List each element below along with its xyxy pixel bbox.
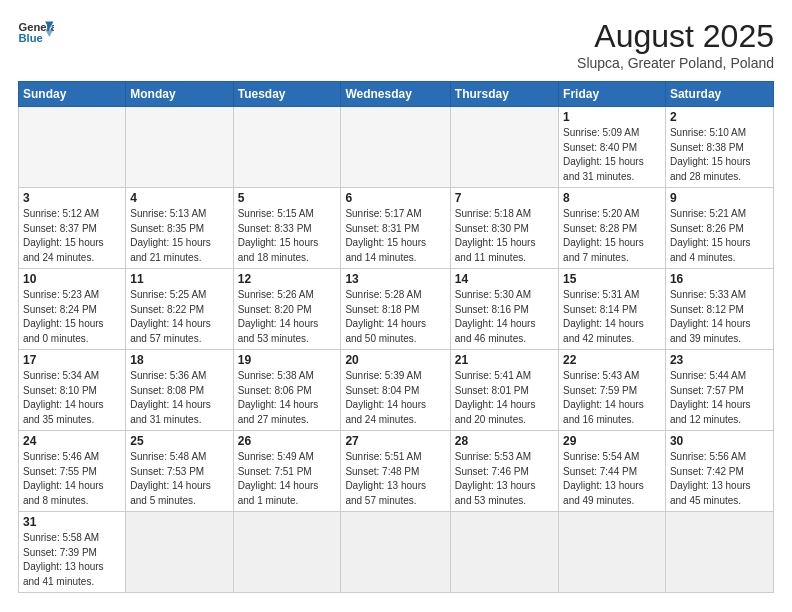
day-info: Sunrise: 5:54 AM Sunset: 7:44 PM Dayligh…	[563, 450, 661, 508]
day-info: Sunrise: 5:18 AM Sunset: 8:30 PM Dayligh…	[455, 207, 554, 265]
day-info: Sunrise: 5:21 AM Sunset: 8:26 PM Dayligh…	[670, 207, 769, 265]
calendar-row-2: 10Sunrise: 5:23 AM Sunset: 8:24 PM Dayli…	[19, 269, 774, 350]
day-number: 7	[455, 191, 554, 205]
day-number: 12	[238, 272, 337, 286]
day-info: Sunrise: 5:46 AM Sunset: 7:55 PM Dayligh…	[23, 450, 121, 508]
logo-icon: General Blue	[18, 18, 54, 46]
calendar-cell	[126, 107, 233, 188]
calendar-cell: 15Sunrise: 5:31 AM Sunset: 8:14 PM Dayli…	[559, 269, 666, 350]
day-info: Sunrise: 5:48 AM Sunset: 7:53 PM Dayligh…	[130, 450, 228, 508]
header-friday: Friday	[559, 82, 666, 107]
svg-marker-3	[45, 29, 53, 37]
day-number: 11	[130, 272, 228, 286]
day-number: 30	[670, 434, 769, 448]
day-info: Sunrise: 5:26 AM Sunset: 8:20 PM Dayligh…	[238, 288, 337, 346]
calendar-cell	[233, 107, 341, 188]
day-number: 4	[130, 191, 228, 205]
calendar-cell: 18Sunrise: 5:36 AM Sunset: 8:08 PM Dayli…	[126, 350, 233, 431]
calendar-cell: 5Sunrise: 5:15 AM Sunset: 8:33 PM Daylig…	[233, 188, 341, 269]
calendar-cell	[19, 107, 126, 188]
header-thursday: Thursday	[450, 82, 558, 107]
calendar-cell: 30Sunrise: 5:56 AM Sunset: 7:42 PM Dayli…	[665, 431, 773, 512]
title-block: August 2025 Slupca, Greater Poland, Pola…	[577, 18, 774, 71]
day-info: Sunrise: 5:39 AM Sunset: 8:04 PM Dayligh…	[345, 369, 445, 427]
header-sunday: Sunday	[19, 82, 126, 107]
calendar-cell: 22Sunrise: 5:43 AM Sunset: 7:59 PM Dayli…	[559, 350, 666, 431]
calendar-cell: 29Sunrise: 5:54 AM Sunset: 7:44 PM Dayli…	[559, 431, 666, 512]
svg-text:Blue: Blue	[19, 32, 43, 44]
header-tuesday: Tuesday	[233, 82, 341, 107]
calendar-cell	[559, 512, 666, 593]
day-number: 9	[670, 191, 769, 205]
calendar-cell	[450, 107, 558, 188]
day-number: 28	[455, 434, 554, 448]
day-number: 23	[670, 353, 769, 367]
day-info: Sunrise: 5:33 AM Sunset: 8:12 PM Dayligh…	[670, 288, 769, 346]
calendar-row-0: 1Sunrise: 5:09 AM Sunset: 8:40 PM Daylig…	[19, 107, 774, 188]
day-number: 3	[23, 191, 121, 205]
day-number: 22	[563, 353, 661, 367]
day-number: 10	[23, 272, 121, 286]
calendar-cell: 6Sunrise: 5:17 AM Sunset: 8:31 PM Daylig…	[341, 188, 450, 269]
calendar-cell: 21Sunrise: 5:41 AM Sunset: 8:01 PM Dayli…	[450, 350, 558, 431]
day-number: 24	[23, 434, 121, 448]
day-number: 15	[563, 272, 661, 286]
day-info: Sunrise: 5:31 AM Sunset: 8:14 PM Dayligh…	[563, 288, 661, 346]
day-info: Sunrise: 5:13 AM Sunset: 8:35 PM Dayligh…	[130, 207, 228, 265]
day-number: 31	[23, 515, 121, 529]
calendar-cell: 14Sunrise: 5:30 AM Sunset: 8:16 PM Dayli…	[450, 269, 558, 350]
calendar-cell: 3Sunrise: 5:12 AM Sunset: 8:37 PM Daylig…	[19, 188, 126, 269]
header-saturday: Saturday	[665, 82, 773, 107]
day-info: Sunrise: 5:25 AM Sunset: 8:22 PM Dayligh…	[130, 288, 228, 346]
day-info: Sunrise: 5:44 AM Sunset: 7:57 PM Dayligh…	[670, 369, 769, 427]
day-number: 19	[238, 353, 337, 367]
calendar-cell: 11Sunrise: 5:25 AM Sunset: 8:22 PM Dayli…	[126, 269, 233, 350]
day-number: 18	[130, 353, 228, 367]
day-info: Sunrise: 5:34 AM Sunset: 8:10 PM Dayligh…	[23, 369, 121, 427]
calendar-cell: 31Sunrise: 5:58 AM Sunset: 7:39 PM Dayli…	[19, 512, 126, 593]
day-info: Sunrise: 5:49 AM Sunset: 7:51 PM Dayligh…	[238, 450, 337, 508]
day-number: 27	[345, 434, 445, 448]
calendar-cell: 28Sunrise: 5:53 AM Sunset: 7:46 PM Dayli…	[450, 431, 558, 512]
day-number: 26	[238, 434, 337, 448]
calendar-cell: 12Sunrise: 5:26 AM Sunset: 8:20 PM Dayli…	[233, 269, 341, 350]
day-info: Sunrise: 5:12 AM Sunset: 8:37 PM Dayligh…	[23, 207, 121, 265]
calendar-cell	[450, 512, 558, 593]
calendar-cell: 7Sunrise: 5:18 AM Sunset: 8:30 PM Daylig…	[450, 188, 558, 269]
day-info: Sunrise: 5:43 AM Sunset: 7:59 PM Dayligh…	[563, 369, 661, 427]
calendar-cell: 27Sunrise: 5:51 AM Sunset: 7:48 PM Dayli…	[341, 431, 450, 512]
day-info: Sunrise: 5:20 AM Sunset: 8:28 PM Dayligh…	[563, 207, 661, 265]
weekday-header-row: Sunday Monday Tuesday Wednesday Thursday…	[19, 82, 774, 107]
day-info: Sunrise: 5:30 AM Sunset: 8:16 PM Dayligh…	[455, 288, 554, 346]
day-number: 29	[563, 434, 661, 448]
day-info: Sunrise: 5:15 AM Sunset: 8:33 PM Dayligh…	[238, 207, 337, 265]
calendar-cell: 16Sunrise: 5:33 AM Sunset: 8:12 PM Dayli…	[665, 269, 773, 350]
day-info: Sunrise: 5:10 AM Sunset: 8:38 PM Dayligh…	[670, 126, 769, 184]
day-info: Sunrise: 5:41 AM Sunset: 8:01 PM Dayligh…	[455, 369, 554, 427]
calendar-cell	[233, 512, 341, 593]
day-info: Sunrise: 5:36 AM Sunset: 8:08 PM Dayligh…	[130, 369, 228, 427]
calendar-cell	[341, 107, 450, 188]
calendar-cell: 9Sunrise: 5:21 AM Sunset: 8:26 PM Daylig…	[665, 188, 773, 269]
calendar-row-1: 3Sunrise: 5:12 AM Sunset: 8:37 PM Daylig…	[19, 188, 774, 269]
calendar-row-3: 17Sunrise: 5:34 AM Sunset: 8:10 PM Dayli…	[19, 350, 774, 431]
calendar-cell: 10Sunrise: 5:23 AM Sunset: 8:24 PM Dayli…	[19, 269, 126, 350]
day-info: Sunrise: 5:53 AM Sunset: 7:46 PM Dayligh…	[455, 450, 554, 508]
header-monday: Monday	[126, 82, 233, 107]
page-title: August 2025	[577, 18, 774, 55]
page-subtitle: Slupca, Greater Poland, Poland	[577, 55, 774, 71]
day-info: Sunrise: 5:51 AM Sunset: 7:48 PM Dayligh…	[345, 450, 445, 508]
day-number: 5	[238, 191, 337, 205]
calendar-cell: 2Sunrise: 5:10 AM Sunset: 8:38 PM Daylig…	[665, 107, 773, 188]
page: General Blue August 2025 Slupca, Greater…	[0, 0, 792, 612]
day-number: 21	[455, 353, 554, 367]
day-info: Sunrise: 5:58 AM Sunset: 7:39 PM Dayligh…	[23, 531, 121, 589]
day-number: 25	[130, 434, 228, 448]
calendar-cell: 8Sunrise: 5:20 AM Sunset: 8:28 PM Daylig…	[559, 188, 666, 269]
calendar-cell	[665, 512, 773, 593]
day-info: Sunrise: 5:56 AM Sunset: 7:42 PM Dayligh…	[670, 450, 769, 508]
calendar-cell: 25Sunrise: 5:48 AM Sunset: 7:53 PM Dayli…	[126, 431, 233, 512]
calendar-row-4: 24Sunrise: 5:46 AM Sunset: 7:55 PM Dayli…	[19, 431, 774, 512]
calendar-cell	[341, 512, 450, 593]
day-number: 20	[345, 353, 445, 367]
